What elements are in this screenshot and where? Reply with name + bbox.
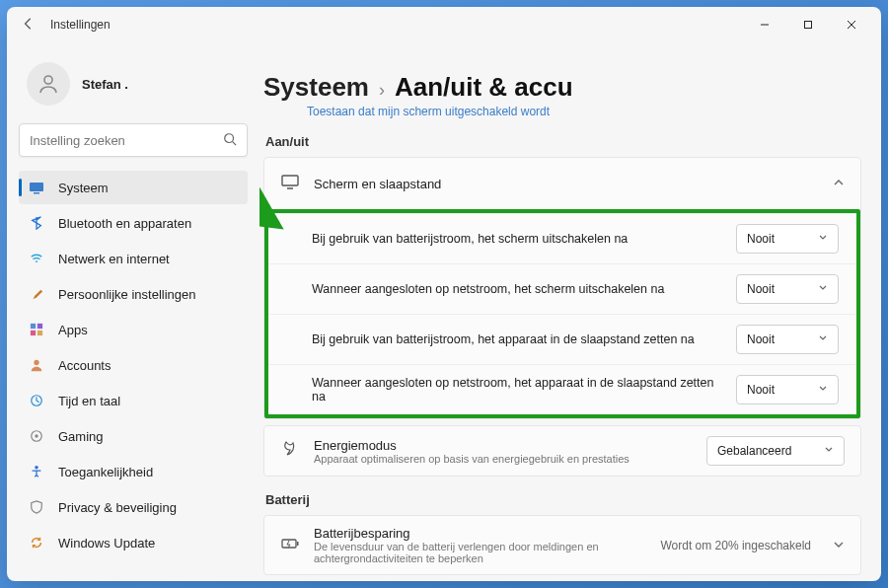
apps-icon xyxy=(29,322,44,337)
sidebar-item-accessibility[interactable]: Toegankelijkheid xyxy=(19,455,248,488)
setting-label: Bij gebruik van batterijstroom, het sche… xyxy=(312,232,724,246)
battery-saver-title: Batterijbesparing xyxy=(314,526,646,541)
chevron-up-icon xyxy=(833,175,845,192)
nav-list: Systeem Bluetooth en apparaten Netwerk e… xyxy=(19,171,248,559)
content-area: Stefan . Systeem Bluetooth en apparaten xyxy=(7,42,881,581)
svg-rect-8 xyxy=(37,324,42,329)
svg-rect-18 xyxy=(297,542,299,546)
network-icon xyxy=(29,251,44,266)
setting-row: Wanneer aangesloten op netstroom, het sc… xyxy=(268,263,856,314)
highlight-annotation: Bij gebruik van batterijstroom, het sche… xyxy=(264,209,860,418)
search-box[interactable] xyxy=(19,123,248,157)
chevron-down-icon xyxy=(818,332,828,346)
main-panel: Systeem › Aan/uit & accu Toestaan dat mi… xyxy=(259,42,881,581)
sleep-plugged-dropdown[interactable]: Nooit xyxy=(736,375,839,404)
gaming-icon xyxy=(29,428,44,444)
setting-row: Bij gebruik van batterijstroom, het sche… xyxy=(268,213,856,263)
breadcrumb-current: Aan/uit & accu xyxy=(395,72,573,103)
sidebar-item-network[interactable]: Netwerk en internet xyxy=(19,242,248,275)
svg-point-3 xyxy=(225,133,234,142)
username: Stefan . xyxy=(82,77,128,92)
dropdown-value: Gebalanceerd xyxy=(717,444,791,458)
screen-plugged-dropdown[interactable]: Nooit xyxy=(736,274,839,304)
avatar xyxy=(27,62,70,106)
sidebar-item-label: Accounts xyxy=(58,358,111,373)
minimize-button[interactable] xyxy=(743,9,786,40)
svg-rect-5 xyxy=(30,183,43,191)
sidebar-item-label: Privacy & beveiliging xyxy=(58,500,177,515)
sidebar-item-label: Netwerk en internet xyxy=(58,252,170,266)
back-button[interactable] xyxy=(15,17,42,34)
truncated-link[interactable]: Toestaan dat mijn scherm uitgeschakeld w… xyxy=(307,105,861,118)
search-input[interactable] xyxy=(30,133,223,148)
svg-line-4 xyxy=(233,141,237,145)
screen-sleep-title: Scherm en slaapstand xyxy=(314,177,819,191)
sleep-battery-dropdown[interactable]: Nooit xyxy=(736,325,839,354)
battery-saver-status: Wordt om 20% ingeschakeld xyxy=(660,539,811,552)
settings-window: Instellingen Stefan . xyxy=(7,7,881,581)
sidebar-item-label: Bluetooth en apparaten xyxy=(58,216,191,231)
section-battery-label: Batterij xyxy=(265,492,861,507)
breadcrumb-separator: › xyxy=(379,80,385,101)
energy-mode-dropdown[interactable]: Gebalanceerd xyxy=(706,436,845,466)
close-button[interactable] xyxy=(830,9,873,40)
svg-rect-1 xyxy=(805,22,812,29)
system-icon xyxy=(29,180,44,195)
sidebar-item-label: Toegankelijkheid xyxy=(58,465,153,479)
sidebar-item-privacy[interactable]: Privacy & beveiliging xyxy=(19,490,248,524)
sidebar-item-bluetooth[interactable]: Bluetooth en apparaten xyxy=(19,206,248,240)
titlebar: Instellingen xyxy=(7,7,881,42)
sidebar: Stefan . Systeem Bluetooth en apparaten xyxy=(7,42,259,581)
accessibility-icon xyxy=(29,464,44,479)
update-icon xyxy=(29,535,44,551)
energy-icon xyxy=(280,439,300,463)
battery-saver-card[interactable]: Batterijbesparing De levensduur van de b… xyxy=(263,515,861,575)
svg-rect-16 xyxy=(282,176,298,185)
sidebar-item-label: Tijd en taal xyxy=(58,394,120,408)
bluetooth-icon xyxy=(29,215,44,231)
energy-subtitle: Apparaat optimaliseren op basis van ener… xyxy=(314,453,693,465)
svg-point-14 xyxy=(35,434,38,438)
shield-icon xyxy=(29,499,44,515)
sidebar-item-label: Windows Update xyxy=(58,536,155,551)
screen-sleep-header[interactable]: Scherm en slaapstand xyxy=(264,158,860,209)
screen-battery-dropdown[interactable]: Nooit xyxy=(736,224,839,254)
sidebar-item-label: Apps xyxy=(58,323,88,337)
sidebar-item-time[interactable]: Tijd en taal xyxy=(19,384,248,417)
sidebar-item-label: Persoonlijke instellingen xyxy=(58,287,195,302)
dropdown-value: Nooit xyxy=(747,282,775,296)
sidebar-item-update[interactable]: Windows Update xyxy=(19,526,248,559)
chevron-down-icon xyxy=(818,383,828,397)
sidebar-item-gaming[interactable]: Gaming xyxy=(19,419,248,453)
setting-label: Wanneer aangesloten op netstroom, het sc… xyxy=(312,282,724,296)
screen-sleep-card: Scherm en slaapstand Bij gebruik van bat… xyxy=(263,157,861,419)
setting-row: Bij gebruik van batterijstroom, het appa… xyxy=(268,314,856,364)
svg-rect-9 xyxy=(31,331,36,335)
svg-point-2 xyxy=(44,76,52,84)
setting-label: Bij gebruik van batterijstroom, het appa… xyxy=(312,332,724,346)
sidebar-item-system[interactable]: Systeem xyxy=(19,171,248,204)
search-icon xyxy=(223,132,237,149)
accounts-icon xyxy=(29,357,44,373)
battery-icon xyxy=(280,534,300,557)
maximize-button[interactable] xyxy=(786,9,830,40)
energy-mode-card[interactable]: Energiemodus Apparaat optimaliseren op b… xyxy=(263,425,861,477)
time-icon xyxy=(29,393,44,408)
breadcrumb-parent[interactable]: Systeem xyxy=(263,72,369,103)
sidebar-item-accounts[interactable]: Accounts xyxy=(19,348,248,382)
energy-title: Energiemodus xyxy=(314,438,693,453)
chevron-down-icon xyxy=(818,232,828,246)
sidebar-item-apps[interactable]: Apps xyxy=(19,313,248,346)
setting-label: Wanneer aangesloten op netstroom, het ap… xyxy=(312,376,724,404)
chevron-down-icon xyxy=(833,537,845,554)
chevron-down-icon xyxy=(818,282,828,296)
profile[interactable]: Stefan . xyxy=(19,50,248,123)
window-title: Instellingen xyxy=(50,18,111,32)
breadcrumb: Systeem › Aan/uit & accu xyxy=(263,72,861,103)
monitor-icon xyxy=(280,172,300,195)
dropdown-value: Nooit xyxy=(747,332,775,346)
brush-icon xyxy=(29,286,44,302)
sidebar-item-personalization[interactable]: Persoonlijke instellingen xyxy=(19,277,248,311)
svg-rect-6 xyxy=(34,192,39,194)
svg-point-15 xyxy=(35,466,38,470)
